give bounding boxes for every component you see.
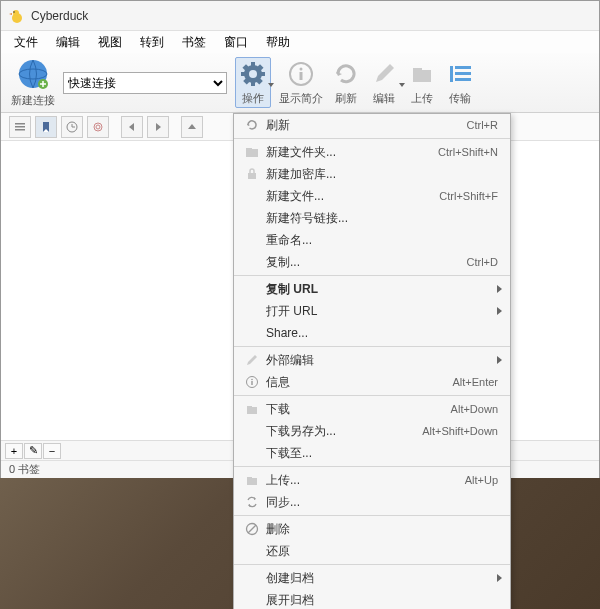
- menu-item-label: 新建符号链接...: [266, 210, 502, 227]
- blank-icon: [242, 423, 262, 439]
- blank-icon: [242, 188, 262, 204]
- menu-item[interactable]: Share...: [234, 322, 510, 344]
- menu-item-shortcut: Alt+Up: [465, 474, 498, 486]
- menu-item-label: 打开 URL: [266, 303, 497, 320]
- menu-item-shortcut: Ctrl+D: [467, 256, 498, 268]
- menu-separator: [234, 466, 510, 467]
- menu-item-label: 删除: [266, 521, 502, 538]
- menu-item-label: 信息: [266, 374, 452, 391]
- menu-item[interactable]: 新建文件夹...Ctrl+Shift+N: [234, 141, 510, 163]
- quick-connect-dropdown[interactable]: 快速连接: [63, 72, 227, 94]
- upload-icon: [407, 59, 437, 89]
- menu-item[interactable]: 同步...: [234, 491, 510, 513]
- transfer-button[interactable]: 传输: [445, 59, 475, 106]
- menu-item[interactable]: 刷新Ctrl+R: [234, 114, 510, 136]
- delete-button[interactable]: −: [43, 443, 61, 459]
- menu-item[interactable]: 上传...Alt+Up: [234, 469, 510, 491]
- menu-item[interactable]: 下载至...: [234, 442, 510, 464]
- blank-icon: [242, 303, 262, 319]
- titlebar[interactable]: Cyberduck: [1, 1, 599, 31]
- menu-item[interactable]: 复制...Ctrl+D: [234, 251, 510, 273]
- menu-separator: [234, 275, 510, 276]
- edit-bookmark-button[interactable]: ✎: [24, 443, 42, 459]
- nav-up-button[interactable]: [181, 116, 203, 138]
- svg-rect-22: [455, 66, 471, 69]
- menu-goto[interactable]: 转到: [131, 32, 173, 53]
- menu-item-label: 新建文件...: [266, 188, 439, 205]
- menu-item[interactable]: 新建加密库...: [234, 163, 510, 185]
- menu-help[interactable]: 帮助: [257, 32, 299, 53]
- blank-icon: [242, 325, 262, 341]
- refresh-icon: [331, 59, 361, 89]
- menu-file[interactable]: 文件: [5, 32, 47, 53]
- menu-item[interactable]: 下载Alt+Down: [234, 398, 510, 420]
- view-list-button[interactable]: [9, 116, 31, 138]
- svg-point-36: [251, 379, 253, 381]
- show-info-label: 显示简介: [279, 91, 323, 106]
- menu-item-shortcut: Alt+Enter: [452, 376, 498, 388]
- svg-rect-34: [248, 173, 256, 179]
- pencil-icon: [369, 59, 399, 89]
- show-info-button[interactable]: 显示简介: [279, 59, 323, 106]
- menubar: 文件 编辑 视图 转到 书签 窗口 帮助: [1, 31, 599, 53]
- svg-rect-39: [247, 406, 252, 409]
- new-connection-button[interactable]: 新建连接: [11, 57, 55, 108]
- menu-item-shortcut: Ctrl+R: [467, 119, 498, 131]
- menu-item-label: 上传...: [266, 472, 465, 489]
- blank-icon: [242, 254, 262, 270]
- action-button[interactable]: 操作: [235, 57, 271, 108]
- svg-rect-23: [455, 72, 471, 75]
- menu-item-label: 创建归档: [266, 570, 497, 587]
- menu-item[interactable]: 重命名...: [234, 229, 510, 251]
- menu-item[interactable]: 创建归档: [234, 567, 510, 589]
- menu-item[interactable]: 外部编辑: [234, 349, 510, 371]
- menu-item-shortcut: Alt+Shift+Down: [422, 425, 498, 437]
- add-button[interactable]: +: [5, 443, 23, 459]
- submenu-arrow-icon: [497, 574, 502, 582]
- menu-separator: [234, 564, 510, 565]
- menu-item-label: 新建文件夹...: [266, 144, 438, 161]
- upload-label: 上传: [411, 91, 433, 106]
- menu-view[interactable]: 视图: [89, 32, 131, 53]
- svg-rect-26: [15, 126, 25, 128]
- sync-icon: [242, 494, 262, 510]
- menu-item-label: 下载另存为...: [266, 423, 422, 440]
- svg-rect-7: [251, 62, 255, 67]
- svg-rect-20: [413, 68, 422, 72]
- menu-window[interactable]: 窗口: [215, 32, 257, 53]
- menu-item[interactable]: 复制 URL: [234, 278, 510, 300]
- blank-icon: [242, 210, 262, 226]
- edit-button[interactable]: 编辑: [369, 59, 399, 106]
- upload-button[interactable]: 上传: [407, 59, 437, 106]
- menu-item-label: 新建加密库...: [266, 166, 502, 183]
- menu-item[interactable]: 新建符号链接...: [234, 207, 510, 229]
- window-title: Cyberduck: [31, 9, 88, 23]
- menu-item-label: 外部编辑: [266, 352, 497, 369]
- menu-item[interactable]: 删除: [234, 518, 510, 540]
- menu-item[interactable]: 新建文件...Ctrl+Shift+F: [234, 185, 510, 207]
- menu-item[interactable]: 打开 URL: [234, 300, 510, 322]
- view-bookmark-button[interactable]: [35, 116, 57, 138]
- nav-forward-button[interactable]: [147, 116, 169, 138]
- menu-item[interactable]: 展开归档: [234, 589, 510, 609]
- view-history-button[interactable]: [61, 116, 83, 138]
- blank-icon: [242, 592, 262, 608]
- menu-item-label: 下载: [266, 401, 451, 418]
- menu-bookmarks[interactable]: 书签: [173, 32, 215, 53]
- svg-rect-10: [260, 72, 265, 76]
- menu-item[interactable]: 下载另存为...Alt+Shift+Down: [234, 420, 510, 442]
- download-icon: [242, 401, 262, 417]
- menu-item[interactable]: 信息Alt+Enter: [234, 371, 510, 393]
- refresh-button[interactable]: 刷新: [331, 59, 361, 106]
- svg-rect-21: [450, 66, 453, 82]
- view-bonjour-button[interactable]: [87, 116, 109, 138]
- menu-item-label: 复制...: [266, 254, 467, 271]
- toolbar: 新建连接 快速连接: [1, 53, 599, 113]
- nav-back-button[interactable]: [121, 116, 143, 138]
- menu-item[interactable]: 还原: [234, 540, 510, 562]
- info-icon: [242, 374, 262, 390]
- blank-icon: [242, 281, 262, 297]
- menu-edit[interactable]: 编辑: [47, 32, 89, 53]
- menu-item-label: 下载至...: [266, 445, 502, 462]
- status-text: 0 书签: [9, 462, 40, 477]
